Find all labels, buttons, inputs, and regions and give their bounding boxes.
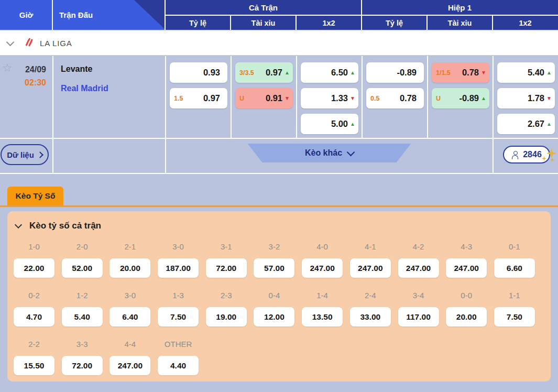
column-header-h1-over-under: Tài xỉu (427, 16, 493, 30)
handicap-label: 0.5 (370, 95, 379, 102)
betting-page: Giờ Trận Đấu Cả Trận Hiệp 1 Tỷ lệ Tài xỉ… (0, 0, 558, 392)
score-odds-button[interactable]: 247.00 (350, 258, 391, 278)
score-odds-button[interactable]: 247.00 (398, 258, 439, 278)
score-label: 4-1 (350, 241, 391, 253)
away-team-name: Real Madrid (61, 84, 165, 93)
score-odds-button[interactable]: 52.00 (62, 258, 103, 278)
data-button[interactable]: Dữ liệu (1, 144, 49, 165)
odds-box[interactable]: -0.89 (366, 62, 424, 83)
score-odds-button[interactable]: 187.00 (158, 258, 199, 278)
score-odds-button[interactable]: 117.00 (398, 307, 439, 326)
score-odds-button[interactable]: 22.00 (14, 258, 54, 278)
panel-title: Kèo tỷ số cả trận (29, 221, 101, 231)
favorite-star-icon[interactable]: ☆ (2, 62, 13, 74)
odds-box[interactable]: 0.50.78 (366, 88, 424, 108)
score-cell: 3-257.00 (254, 241, 294, 278)
match-time-cell: ☆ 24/09 02:30 (0, 56, 52, 138)
score-label: 4-0 (302, 241, 343, 253)
league-collapse-chevron-icon[interactable] (6, 38, 15, 46)
score-cell: 4-0247.00 (302, 241, 343, 278)
odds-value: 0.78 (400, 93, 417, 103)
header-divider (296, 15, 297, 30)
score-cell: 0-24.70 (14, 290, 54, 326)
score-label: 2-3 (206, 290, 247, 301)
odds-box[interactable]: 0.93 (170, 62, 227, 83)
odds-box[interactable]: 1.78▼ (497, 88, 555, 108)
odds-box[interactable]: 1.50.97 (170, 88, 227, 108)
score-odds-button[interactable]: 247.00 (302, 258, 343, 278)
odds-value: 0.78 (462, 68, 479, 78)
correct-score-panel: Kèo tỷ số cả trận 1-022.002-052.002-120.… (7, 211, 551, 382)
score-label: 4-4 (110, 339, 150, 350)
score-cell: 1-17.50 (494, 290, 535, 326)
score-odds-button[interactable]: 33.00 (350, 307, 391, 326)
odds-box[interactable]: 1.33▼ (301, 88, 358, 108)
score-label: 4-3 (446, 241, 487, 253)
score-odds-button[interactable]: 12.00 (254, 307, 294, 326)
score-odds-button[interactable]: 4.70 (14, 307, 54, 326)
score-odds-button[interactable]: 20.00 (110, 258, 150, 278)
tab-underline (0, 205, 558, 207)
odds-value: 1.78 (528, 93, 544, 103)
odds-box[interactable]: 6.50▲ (301, 62, 358, 83)
viewers-badge[interactable]: 2846 (503, 146, 550, 164)
score-label: 0-1 (494, 241, 535, 253)
score-cell: 1-25.40 (62, 290, 103, 326)
panel-collapse-chevron-icon[interactable] (15, 221, 22, 228)
odds-value: 5.40 (528, 68, 544, 78)
score-label: 3-3 (62, 339, 103, 350)
header-divider (165, 15, 558, 16)
trend-up-icon: ▲ (348, 122, 355, 127)
home-team-name: Levante (61, 64, 165, 74)
column-header-time[interactable]: Giờ (0, 0, 52, 30)
odds-box[interactable]: U0.91▼ (235, 88, 293, 108)
score-odds-row: 0-24.701-25.403-06.401-37.502-319.000-41… (14, 290, 535, 326)
score-odds-button[interactable]: 20.00 (446, 307, 487, 326)
more-odds-cell: Kèo khác (165, 139, 493, 173)
score-odds-button[interactable]: 247.00 (110, 356, 150, 375)
match-teams-cell[interactable]: Levante Real Madrid (52, 56, 165, 138)
score-odds-button[interactable]: 72.00 (62, 356, 103, 375)
score-odds-button[interactable]: 15.50 (14, 356, 54, 375)
score-odds-button[interactable]: 247.00 (446, 258, 487, 278)
header-divider (426, 15, 428, 30)
data-button-cell: Dữ liệu (0, 139, 52, 173)
match-action-row: Dữ liệu Kèo khác 2846 (0, 139, 558, 174)
score-odds-button[interactable]: 7.50 (158, 307, 199, 326)
league-name: LA LIGA (40, 39, 72, 48)
score-odds-button[interactable]: 19.00 (206, 307, 247, 326)
odds-value: 5.00 (331, 119, 348, 129)
chevron-right-icon (37, 151, 43, 158)
score-cell: 3-0187.00 (158, 241, 199, 278)
empty-cell (52, 139, 165, 173)
more-odds-button[interactable]: Kèo khác (248, 144, 411, 162)
score-cell: 1-413.50 (302, 290, 343, 326)
h1-1x2-odds-column: 5.40▲1.78▼2.67▲ (493, 56, 558, 138)
score-odds-button[interactable]: 6.40 (110, 307, 150, 326)
score-odds-button[interactable]: 72.00 (206, 258, 247, 278)
odds-box[interactable]: 5.00▲ (301, 114, 358, 134)
header-divider (230, 15, 231, 30)
odds-box[interactable]: 5.40▲ (497, 62, 555, 83)
score-odds-button[interactable]: 4.40 (158, 356, 199, 375)
match-date: 24/09 (25, 65, 46, 74)
odds-box[interactable]: U-0.89▲ (432, 88, 489, 108)
score-odds-button[interactable]: 13.50 (302, 307, 343, 326)
group-header-full-match: Cả Trận (165, 0, 362, 15)
odds-box[interactable]: 3/3.50.97▲ (235, 62, 293, 83)
score-odds-button[interactable]: 57.00 (254, 258, 294, 278)
score-odds-button[interactable]: 6.60 (494, 258, 535, 278)
tab-tran-dau[interactable]: Trận Đấu (52, 0, 133, 30)
score-odds-button[interactable]: 7.50 (494, 307, 535, 326)
score-odds-row: 1-022.002-052.002-120.003-0187.003-172.0… (14, 241, 535, 278)
odds-box[interactable]: 1/1.50.78▼ (432, 62, 489, 83)
odds-box[interactable]: 2.67▲ (497, 114, 555, 134)
score-label: 1-2 (62, 290, 103, 301)
score-odds-button[interactable]: 5.40 (62, 307, 103, 326)
score-label: 2-0 (62, 241, 103, 253)
column-header-ft-over-under: Tài xỉu (231, 16, 296, 30)
more-odds-label: Kèo khác (305, 148, 342, 158)
trend-up-icon: ▲ (544, 70, 552, 75)
viewers-cell: 2846 (493, 139, 558, 173)
tab-correct-score[interactable]: Kèo Tỷ Số (7, 187, 63, 205)
